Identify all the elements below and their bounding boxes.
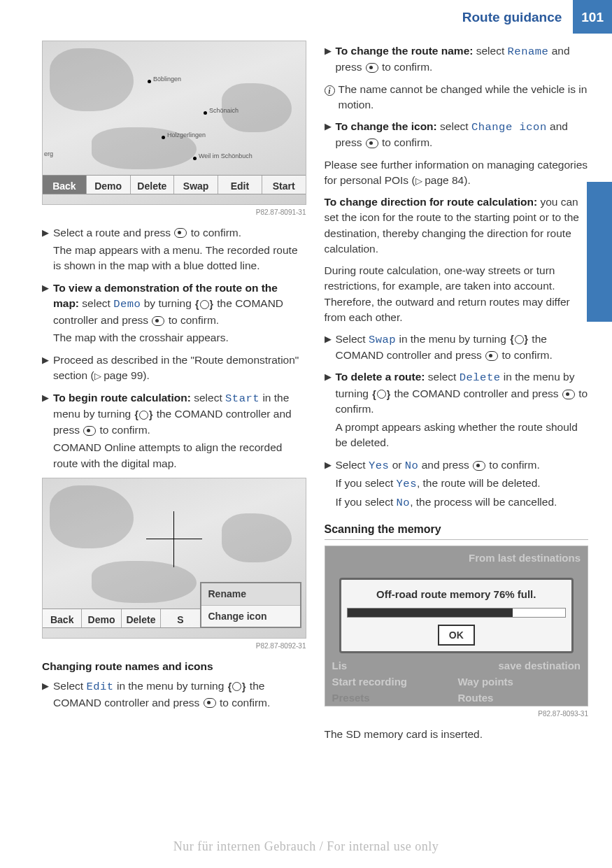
figure-memory: From last destinations Lis Start recordi… — [325, 546, 589, 706]
menu-back: Back — [43, 609, 82, 627]
step-marker-icon: ▶ — [325, 119, 336, 153]
press-controller-icon — [366, 138, 378, 148]
figure2-code: P82.87-8092-31 — [42, 641, 306, 652]
press-controller-icon — [473, 461, 485, 471]
step-delete-route: ▶ To delete a route: select Delete in th… — [325, 369, 589, 453]
figure1-code: P82.87-8091-31 — [42, 208, 306, 218]
step-change-name: ▶ To change the route name: select Renam… — [325, 43, 589, 78]
figure-map-edit: Back Demo Delete S Rename Change icon — [42, 478, 306, 639]
memory-dialog: Off-road route memory 76% full. OK — [339, 578, 574, 653]
step-yes-no: ▶ Select Yes or No and press to confirm.… — [325, 457, 589, 513]
figure1-menubar: Back Demo Delete Swap Edit Start — [43, 175, 306, 194]
press-controller-icon — [83, 426, 96, 436]
subhead-changing-names: Changing route names and icons — [42, 659, 306, 674]
figure-map-route: Böblingen Schönaich Holzgerlingen Weil i… — [42, 41, 306, 205]
menu-back: Back — [43, 176, 87, 194]
press-controller-icon — [562, 390, 575, 399]
turn-controller-icon: {} — [195, 297, 213, 311]
memory-message: Off-road route memory 76% full. — [347, 587, 567, 602]
step-change-icon: ▶ To change the icon: select Change icon… — [325, 119, 589, 153]
para-route-calc: During route calculation, one-way street… — [325, 263, 589, 326]
menu-s: S — [161, 609, 200, 627]
info-icon: i — [325, 82, 339, 113]
press-controller-icon — [366, 63, 378, 73]
para-sd-card: The SD memory card is inserted. — [325, 727, 589, 742]
step-proceed-demo: ▶ Proceed as described in the "Route dem… — [42, 353, 306, 386]
step-marker-icon: ▶ — [325, 332, 336, 366]
step-marker-icon: ▶ — [42, 390, 53, 474]
menu-delete: Delete — [122, 609, 161, 627]
memory-ok-button: OK — [438, 625, 475, 646]
figure2-menubar: Back Demo Delete S — [43, 609, 201, 628]
page-header: Route guidance 101 — [0, 0, 612, 34]
step-marker-icon: ▶ — [42, 225, 53, 276]
info-note: i The name cannot be changed while the v… — [325, 82, 589, 113]
step-marker-icon: ▶ — [42, 280, 53, 348]
crosshair-icon — [146, 511, 202, 567]
turn-controller-icon: {} — [228, 680, 246, 694]
popup-rename: Rename — [201, 583, 300, 605]
popup-change-icon: Change icon — [201, 606, 300, 627]
step-marker-icon: ▶ — [42, 353, 53, 386]
step-marker-icon: ▶ — [325, 369, 336, 453]
side-tab-bg — [587, 182, 612, 322]
step-begin-calc: ▶ To begin route calculation: select Sta… — [42, 390, 306, 474]
step-view-demo: ▶ To view a demonstration of the route o… — [42, 280, 306, 348]
turn-controller-icon: {} — [510, 332, 528, 346]
menu-start: Start — [262, 176, 306, 194]
figure3-code: P82.87-8093-31 — [325, 709, 589, 720]
menu-delete: Delete — [131, 176, 175, 194]
press-controller-icon — [152, 316, 164, 326]
left-column: Böblingen Schönaich Holzgerlingen Weil i… — [42, 41, 306, 748]
step-select-edit: ▶ Select Edit in the menu by turning {} … — [42, 678, 306, 713]
menu-edit: Edit — [218, 176, 262, 194]
step-marker-icon: ▶ — [325, 43, 336, 78]
step-select-route: ▶ Select a route and press to confirm. T… — [42, 225, 306, 276]
figure2-popup: Rename Change icon — [200, 582, 301, 628]
right-column: ▶ To change the route name: select Renam… — [325, 41, 589, 748]
section-scanning-memory: Scanning the memory — [325, 521, 589, 540]
watermark: Nur für internen Gebrauch / For internal… — [0, 839, 612, 854]
step-select-swap: ▶ Select Swap in the menu by turning {} … — [325, 332, 589, 366]
turn-controller-icon: {} — [134, 408, 152, 422]
step-marker-icon: ▶ — [42, 678, 53, 713]
side-tab-label: Navigation — [609, 211, 612, 279]
turn-controller-icon: {} — [372, 387, 390, 401]
header-title: Route guidance — [462, 0, 574, 34]
page-number: 101 — [573, 0, 612, 34]
press-controller-icon — [485, 351, 498, 361]
memory-progress-bar — [347, 608, 567, 618]
press-controller-icon — [204, 698, 216, 708]
step-marker-icon: ▶ — [325, 457, 336, 513]
para-change-direction: To change direction for route calculatio… — [325, 194, 589, 257]
menu-swap: Swap — [174, 176, 218, 194]
para-further-info: Please see further information on managi… — [325, 157, 589, 189]
menu-demo: Demo — [82, 609, 121, 627]
menu-demo: Demo — [87, 176, 131, 194]
press-controller-icon — [174, 228, 187, 238]
